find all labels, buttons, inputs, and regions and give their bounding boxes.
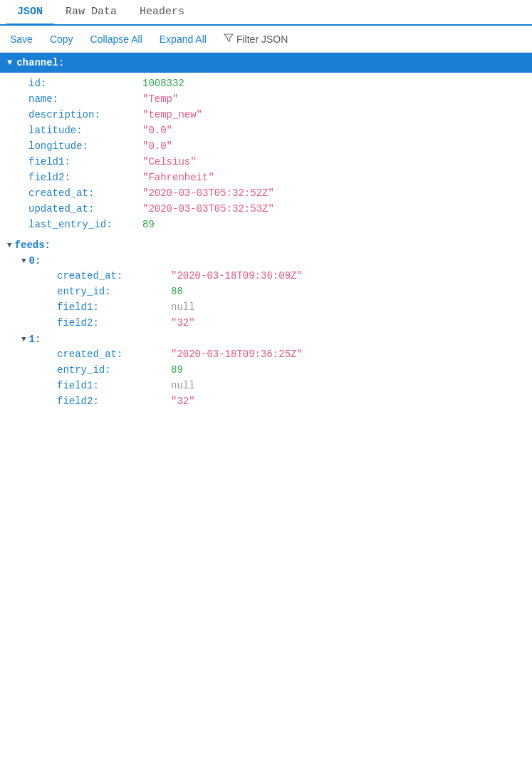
feeds-section-label: feeds: xyxy=(15,239,51,251)
json-row: created_at:"2020-03-18T09:36:25Z" xyxy=(0,346,532,362)
json-value: "temp_new" xyxy=(142,109,202,120)
json-value: "2020-03-18T09:36:25Z" xyxy=(171,349,303,360)
feeds-collapse-arrow: ▼ xyxy=(7,241,12,249)
toolbar: Save Copy Collapse All Expand All Filter… xyxy=(0,26,532,53)
tab-raw-data[interactable]: Raw Data xyxy=(54,0,128,26)
json-row: last_entry_id:89 xyxy=(0,217,532,232)
json-key: field1: xyxy=(28,156,142,167)
channel-collapse-arrow: ▼ xyxy=(7,58,12,68)
tab-bar: JSON Raw Data Headers xyxy=(0,0,532,26)
json-row: description:"temp_new" xyxy=(0,107,532,123)
json-key: updated_at: xyxy=(28,203,142,215)
json-value: "32" xyxy=(171,396,195,407)
json-value: 89 xyxy=(142,219,155,230)
json-row: field1:null xyxy=(0,378,532,393)
feed-collapse-arrow: ▼ xyxy=(21,257,26,265)
json-key: latitude: xyxy=(28,125,142,136)
feed-item-header-1[interactable]: ▼1: xyxy=(0,331,532,346)
json-row: field2:"32" xyxy=(0,315,532,331)
json-row: entry_id:88 xyxy=(0,284,532,299)
json-value: 88 xyxy=(171,286,183,297)
filter-json-button[interactable]: Filter JSON xyxy=(221,31,291,46)
json-key: id: xyxy=(28,78,142,89)
json-key: field1: xyxy=(57,380,171,391)
json-value: null xyxy=(171,301,195,313)
feed-collapse-arrow: ▼ xyxy=(21,335,26,344)
json-value: "Celsius" xyxy=(142,156,197,167)
json-row: created_at:"2020-03-18T09:36:09Z" xyxy=(0,268,532,284)
json-row: updated_at:"2020-03-03T05:32:53Z" xyxy=(0,201,532,217)
json-key: field2: xyxy=(28,172,142,183)
json-key: name: xyxy=(28,93,142,105)
json-row: latitude:"0.0" xyxy=(0,123,532,138)
json-row: longitude:"0.0" xyxy=(0,138,532,154)
json-value: 89 xyxy=(171,364,183,376)
tab-json[interactable]: JSON xyxy=(6,0,54,26)
json-key: entry_id: xyxy=(57,286,171,297)
tab-headers[interactable]: Headers xyxy=(128,0,196,26)
json-row: field2:"32" xyxy=(0,393,532,409)
filter-json-label: Filter JSON xyxy=(236,33,288,45)
json-content: ▼ channel: id:1008332name:"Temp"descript… xyxy=(0,53,532,409)
json-value: "0.0" xyxy=(142,125,172,136)
json-key: field1: xyxy=(57,301,171,313)
json-row: field1:null xyxy=(0,299,532,315)
feeds-section-header[interactable]: ▼ feeds: xyxy=(0,235,532,252)
json-row: id:1008332 xyxy=(0,76,532,91)
json-key: created_at: xyxy=(57,270,171,282)
channel-section-label: channel: xyxy=(16,57,64,68)
filter-icon xyxy=(224,33,234,45)
json-value: "Fahrenheit" xyxy=(142,172,214,183)
json-value: "2020-03-03T05:32:53Z" xyxy=(142,203,274,215)
json-key: description: xyxy=(28,109,142,120)
json-row: entry_id:89 xyxy=(0,362,532,378)
feed-index-label: 0: xyxy=(29,255,41,267)
expand-all-button[interactable]: Expand All xyxy=(157,32,209,46)
json-value: "32" xyxy=(171,317,195,329)
copy-button[interactable]: Copy xyxy=(47,32,76,46)
json-key: longitude: xyxy=(28,140,142,152)
feed-item-header-0[interactable]: ▼0: xyxy=(0,252,532,268)
json-value: null xyxy=(171,380,195,391)
json-value: "Temp" xyxy=(142,93,178,105)
channel-section-header[interactable]: ▼ channel: xyxy=(0,53,532,73)
json-key: created_at: xyxy=(57,349,171,360)
json-key: last_entry_id: xyxy=(28,219,142,230)
json-row: created_at:"2020-03-03T05:32:52Z" xyxy=(0,185,532,201)
json-value: "2020-03-03T05:32:52Z" xyxy=(142,187,274,199)
json-value: "2020-03-18T09:36:09Z" xyxy=(171,270,303,282)
json-row: field2:"Fahrenheit" xyxy=(0,170,532,185)
json-key: field2: xyxy=(57,317,171,329)
json-key: field2: xyxy=(57,396,171,407)
feeds-body: ▼0:created_at:"2020-03-18T09:36:09Z"entr… xyxy=(0,252,532,409)
json-value: "0.0" xyxy=(142,140,172,152)
json-row: name:"Temp" xyxy=(0,91,532,107)
json-key: created_at: xyxy=(28,187,142,199)
feed-index-label: 1: xyxy=(29,334,41,345)
json-key: entry_id: xyxy=(57,364,171,376)
channel-body: id:1008332name:"Temp"description:"temp_n… xyxy=(0,73,532,235)
save-button[interactable]: Save xyxy=(7,32,36,46)
json-value: 1008332 xyxy=(142,78,184,89)
json-row: field1:"Celsius" xyxy=(0,154,532,170)
collapse-all-button[interactable]: Collapse All xyxy=(88,32,145,46)
